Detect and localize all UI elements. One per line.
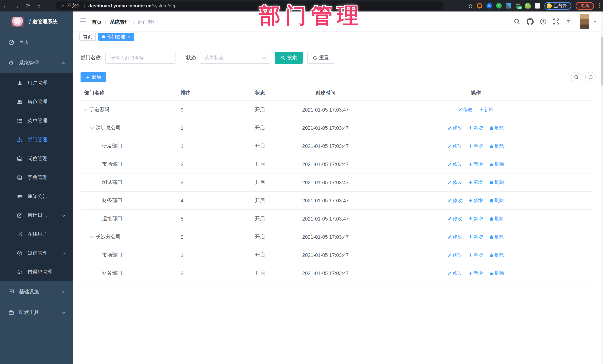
- refresh-button[interactable]: [585, 72, 596, 82]
- tab-home[interactable]: 首页: [79, 33, 96, 41]
- fullscreen-icon[interactable]: [553, 18, 560, 25]
- delete-link[interactable]: 删除: [489, 161, 504, 167]
- edit-link[interactable]: 修改: [448, 197, 462, 204]
- status-label: 状态: [186, 55, 196, 61]
- add-link[interactable]: 新增: [479, 107, 493, 113]
- edit-link[interactable]: 修改: [458, 107, 473, 113]
- table-row: 深圳总公司 1 开启 2021-01-05 17:03:47 修改 新增 删除: [81, 119, 593, 137]
- status-text: 开启: [251, 252, 292, 258]
- sidebar-item-error-code[interactable]: 错误码管理: [0, 263, 73, 281]
- avatar[interactable]: [580, 14, 589, 29]
- dept-name-input[interactable]: [105, 52, 176, 64]
- add-link[interactable]: 新增: [469, 179, 483, 186]
- delete-link[interactable]: 删除: [489, 197, 504, 204]
- sidebar-item-dev-tools[interactable]: 研发工具: [0, 302, 73, 323]
- url-path: /system/dept: [151, 3, 178, 8]
- toggle-search-button[interactable]: [571, 72, 581, 82]
- github-icon[interactable]: [527, 18, 533, 25]
- col-actions: 操作: [359, 89, 593, 96]
- edit-link[interactable]: 修改: [448, 234, 462, 240]
- delete-link[interactable]: 删除: [489, 143, 504, 149]
- sidebar-item-home[interactable]: 首页: [0, 32, 73, 53]
- expand-caret-icon[interactable]: [90, 125, 94, 129]
- scrollbar[interactable]: [601, 11, 603, 364]
- sidebar-item-notice[interactable]: 通知公告: [0, 187, 73, 206]
- browser-home-icon[interactable]: ⌂: [33, 3, 45, 9]
- sidebar-item-menus[interactable]: 菜单管理: [0, 111, 73, 130]
- edit-link[interactable]: 修改: [448, 179, 462, 186]
- add-link[interactable]: 新增: [469, 197, 483, 204]
- add-link[interactable]: 新增: [469, 216, 483, 222]
- add-link[interactable]: 新增: [469, 125, 483, 131]
- browser-reload-icon[interactable]: ⟳: [22, 2, 33, 9]
- active-tab-dot: [102, 35, 105, 38]
- sidebar-item-users[interactable]: 用户管理: [0, 73, 73, 92]
- reset-button[interactable]: 重置: [307, 52, 334, 64]
- status-text: 开启: [251, 143, 292, 149]
- sidebar-toggle-icon[interactable]: [80, 19, 86, 24]
- add-button[interactable]: ＋ 新增: [81, 72, 106, 82]
- caret-down-icon[interactable]: [593, 21, 596, 22]
- bookmark-star-icon[interactable]: ☆: [468, 3, 473, 9]
- col-dept-name: 部门名称: [81, 89, 177, 96]
- extensions-puzzle-icon[interactable]: [535, 3, 540, 9]
- search-icon[interactable]: [514, 18, 520, 25]
- edit-link[interactable]: 修改: [448, 252, 462, 258]
- extension-icon-orange[interactable]: [477, 3, 482, 9]
- sidebar-item-dict[interactable]: 字典管理: [0, 168, 73, 187]
- edit-link[interactable]: 修改: [448, 143, 462, 149]
- edit-link[interactable]: 修改: [448, 161, 462, 167]
- col-sort: 排序: [177, 89, 251, 96]
- breadcrumb-home[interactable]: 首页: [92, 19, 102, 26]
- add-link[interactable]: 新增: [469, 161, 483, 167]
- sidebar: 芋道管理系统 首页 ⚙ 系统管理 用户管理 角色: [0, 11, 73, 364]
- extension-icon-check[interactable]: [496, 3, 502, 9]
- sidebar-item-dept[interactable]: 部门管理: [0, 130, 73, 149]
- edit-link[interactable]: 修改: [448, 270, 462, 276]
- not-secure-label: 不安全: [67, 3, 81, 9]
- add-link[interactable]: 新增: [469, 252, 483, 258]
- sidebar-item-system[interactable]: ⚙ 系统管理: [0, 53, 73, 73]
- edit-link[interactable]: 修改: [448, 125, 462, 131]
- main-area: 首页 / 系统管理 / 部门管理 ? T: [73, 11, 603, 364]
- app-logo-row[interactable]: 芋道管理系统: [0, 11, 73, 32]
- address-bar[interactable]: ⚠ 不安全 | dashboard.yudao.iocoder.cn /syst…: [56, 1, 443, 10]
- breadcrumb-system[interactable]: 系统管理: [110, 19, 130, 26]
- sidebar-item-posts[interactable]: 岗位管理: [0, 149, 73, 168]
- font-size-icon[interactable]: TT: [566, 19, 573, 24]
- sidebar-item-audit-log[interactable]: 审计日志: [0, 206, 73, 225]
- extension-icon-drop[interactable]: [487, 3, 492, 9]
- delete-link[interactable]: 删除: [489, 234, 504, 240]
- status-select[interactable]: 菜单状态: [200, 52, 270, 64]
- scrollbar-thumb[interactable]: [601, 37, 603, 86]
- tab-dept-management[interactable]: 部门管理 ×: [98, 33, 134, 41]
- search-button[interactable]: 搜索: [275, 52, 303, 64]
- id-badge-icon: [17, 155, 23, 161]
- sidebar-item-infrastructure[interactable]: 基础设施: [0, 281, 73, 302]
- extension-icon-android[interactable]: [525, 3, 531, 9]
- extension-icon-grid[interactable]: [506, 3, 511, 9]
- extension-icon-list[interactable]: on: [515, 3, 521, 9]
- browser-back-icon[interactable]: ←: [0, 3, 11, 9]
- edit-link[interactable]: 修改: [448, 216, 462, 222]
- delete-link[interactable]: 删除: [489, 252, 504, 258]
- sidebar-item-roles[interactable]: 角色管理: [0, 92, 73, 111]
- sidebar-item-online-users[interactable]: 在线用户: [0, 225, 73, 243]
- browser-menu-icon[interactable]: [599, 3, 600, 8]
- expand-caret-icon[interactable]: [90, 234, 94, 238]
- sidebar-item-sms[interactable]: 短信管理: [0, 243, 73, 263]
- delete-link[interactable]: 删除: [489, 216, 504, 222]
- add-link[interactable]: 新增: [469, 143, 483, 149]
- browser-update-button[interactable]: 更新: [576, 2, 594, 10]
- close-icon[interactable]: ×: [128, 34, 130, 39]
- add-link[interactable]: 新增: [469, 270, 483, 276]
- delete-link[interactable]: 删除: [489, 125, 504, 131]
- add-link[interactable]: 新增: [469, 234, 483, 240]
- browser-forward-icon[interactable]: →: [11, 3, 22, 9]
- logo-rabbit-image: [11, 16, 24, 27]
- delete-link[interactable]: 删除: [489, 179, 504, 186]
- expand-caret-icon[interactable]: [84, 107, 87, 111]
- delete-link[interactable]: 删除: [489, 270, 504, 276]
- profile-paused-pill[interactable]: 已暂停: [544, 2, 571, 10]
- help-icon[interactable]: ?: [540, 18, 547, 25]
